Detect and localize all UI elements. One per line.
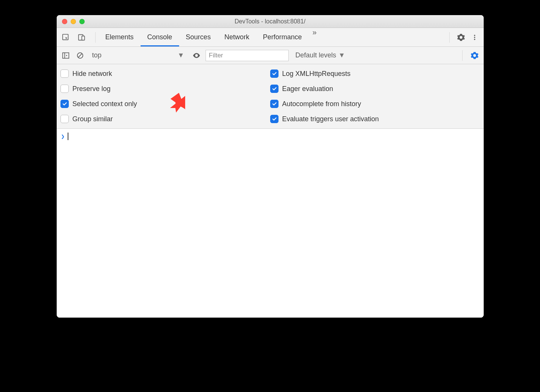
context-selector[interactable]: top ▼: [89, 51, 187, 60]
separator: [449, 32, 450, 43]
checkbox-unchecked-icon[interactable]: [60, 115, 69, 123]
text-cursor: [68, 133, 68, 140]
setting-preserve-log[interactable]: Preserve log: [60, 85, 270, 93]
checkbox-checked-icon[interactable]: [270, 85, 279, 93]
titlebar: DevTools - localhost:8081/: [57, 15, 484, 28]
setting-label: Eager evaluation: [282, 85, 333, 93]
console-output[interactable]: ❯: [57, 129, 484, 318]
tab-sources[interactable]: Sources: [179, 28, 218, 46]
setting-group-similar[interactable]: Group similar: [60, 115, 270, 123]
minimize-window-button[interactable]: [71, 19, 76, 24]
setting-selected-context-only[interactable]: Selected context only: [60, 100, 270, 108]
context-label: top: [92, 51, 102, 59]
device-toolbar-icon[interactable]: [76, 32, 87, 43]
window-title: DevTools - localhost:8081/: [57, 18, 484, 25]
setting-label: Evaluate triggers user activation: [282, 115, 379, 123]
filter-input[interactable]: [206, 50, 289, 61]
more-tabs-icon[interactable]: »: [309, 28, 320, 46]
close-window-button[interactable]: [62, 19, 67, 24]
log-levels-selector[interactable]: Default levels ▼: [292, 51, 348, 59]
checkbox-unchecked-icon[interactable]: [60, 85, 69, 93]
setting-label: Log XMLHttpRequests: [282, 70, 351, 78]
tab-performance[interactable]: Performance: [256, 28, 309, 46]
dropdown-caret-icon: ▼: [178, 51, 184, 59]
console-settings-gear-icon[interactable]: [469, 50, 480, 61]
checkbox-checked-icon[interactable]: [270, 115, 279, 123]
devtools-window: DevTools - localhost:8081/ Elements Cons…: [57, 15, 484, 318]
setting-label: Preserve log: [73, 85, 111, 93]
svg-point-4: [474, 37, 475, 38]
console-settings-panel: Hide network Log XMLHttpRequests Preserv…: [57, 64, 484, 129]
setting-label: Selected context only: [73, 100, 137, 108]
prompt-chevron-icon: ❯: [61, 133, 65, 140]
dropdown-caret-icon: ▼: [339, 51, 345, 59]
setting-label: Autocomplete from history: [282, 100, 361, 108]
console-toolbar: top ▼ Default levels ▼: [57, 47, 484, 64]
setting-user-activation[interactable]: Evaluate triggers user activation: [270, 115, 480, 123]
svg-rect-6: [62, 52, 69, 58]
setting-log-xhr[interactable]: Log XMLHttpRequests: [270, 69, 480, 78]
live-expression-icon[interactable]: [191, 50, 202, 61]
setting-autocomplete-history[interactable]: Autocomplete from history: [270, 100, 480, 108]
svg-rect-2: [82, 36, 84, 40]
tab-elements[interactable]: Elements: [99, 28, 141, 46]
checkbox-unchecked-icon[interactable]: [60, 69, 69, 78]
panel-tabs: Elements Console Sources Network Perform…: [99, 28, 320, 46]
checkbox-checked-icon[interactable]: [270, 69, 279, 78]
checkbox-checked-icon[interactable]: [270, 100, 279, 108]
setting-eager-eval[interactable]: Eager evaluation: [270, 85, 480, 93]
window-controls: [57, 19, 85, 24]
tab-console[interactable]: Console: [141, 28, 179, 46]
svg-rect-0: [62, 34, 68, 40]
more-options-icon[interactable]: [469, 32, 480, 43]
sidebar-toggle-icon[interactable]: [60, 50, 71, 61]
svg-point-3: [474, 35, 475, 36]
levels-label: Default levels: [296, 51, 336, 59]
checkbox-checked-icon[interactable]: [60, 100, 69, 108]
svg-point-8: [196, 55, 197, 56]
console-prompt[interactable]: ❯: [61, 133, 479, 140]
clear-console-icon[interactable]: [75, 50, 85, 61]
inspect-element-icon[interactable]: [60, 32, 71, 43]
settings-gear-icon[interactable]: [456, 32, 466, 43]
setting-hide-network[interactable]: Hide network: [60, 69, 270, 78]
tab-network[interactable]: Network: [218, 28, 256, 46]
main-toolbar: Elements Console Sources Network Perform…: [57, 28, 484, 47]
separator: [462, 50, 463, 61]
maximize-window-button[interactable]: [79, 19, 85, 24]
separator: [95, 32, 96, 43]
setting-label: Hide network: [73, 70, 112, 78]
setting-label: Group similar: [73, 115, 113, 123]
svg-point-5: [474, 39, 475, 40]
